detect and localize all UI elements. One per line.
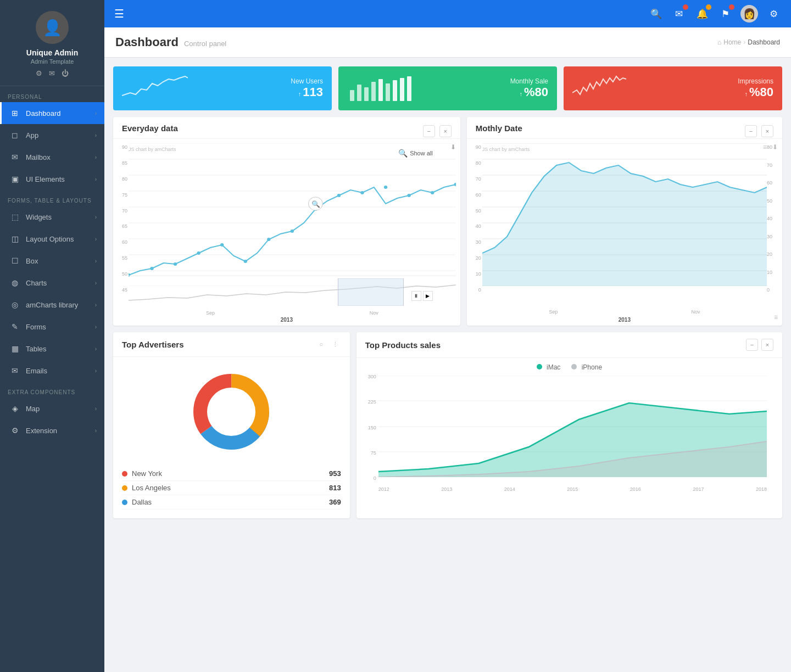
monthly-sale-label: Monthly Sale [510,77,548,85]
sidebar-item-label: Map [26,405,95,413]
settings-icon[interactable]: ⚙ [766,6,781,21]
sidebar-item-label: Forms [26,323,95,331]
chevron-right-icon: › [95,176,97,182]
mail-badge [683,4,688,10]
power-icon[interactable]: ⏻ [62,69,69,77]
sidebar-item-label: Box [26,257,95,265]
breadcrumb-separator: › [743,38,745,46]
sidebar-template-label: Admin Template [5,58,99,65]
stat-card-new-users: New Users ↑113 [113,66,332,110]
settings-icon[interactable]: ⚙ [36,69,42,77]
impressions-sparkline [572,74,738,103]
sidebar-item-extension[interactable]: ⚙ Extension › [0,419,104,441]
sidebar-item-emails[interactable]: ✉ Emails › [0,360,104,382]
legend-item: Los Angeles 813 [122,481,341,495]
pause-button[interactable]: ⏸ [411,291,421,301]
chevron-right-icon: › [95,214,97,220]
products-header: Top Products sales − × [356,332,782,358]
monthly-sale-sparkline [347,74,510,103]
app-icon: ◻ [9,130,20,141]
svg-point-22 [197,251,200,255]
sidebar-brand: Unique Admin [5,48,99,57]
dashboard-icon: ⊞ [9,108,20,119]
sidebar-item-label: Extension [26,427,95,435]
more-icon[interactable]: ⋮ [330,339,341,350]
legend-value: 953 [329,469,341,478]
flag-icon[interactable]: ⚑ [717,6,733,21]
legend-value: 369 [329,498,341,506]
chevron-right-icon: › [95,154,97,160]
chevron-right-icon: › [95,346,97,352]
minimize-button[interactable]: − [745,125,757,137]
sidebar-item-label: amCharts library [26,301,95,309]
legend-list: New York 953 Los Angeles 813 Dallas 369 [113,467,350,518]
sidebar-item-app[interactable]: ◻ App › [0,124,104,146]
minimize-button[interactable]: − [423,125,435,137]
sidebar-item-label: Charts [26,279,95,287]
monthly-sale-info: Monthly Sale ↑%80 [510,77,548,99]
top-advertisers-panel: Top Advertisers ○ ⋮ [113,332,350,518]
minimize-button[interactable]: − [746,339,758,351]
download-icon[interactable]: ⬇ [772,143,778,151]
chevron-right-icon: › [95,258,97,264]
arrow-icon: ↑ [519,91,522,97]
bell-icon[interactable]: 🔔 [694,6,710,21]
js-credit: JS chart by amCharts [482,147,530,152]
sidebar-user-icons: ⚙ ✉ ⏻ [5,69,99,77]
extension-icon: ⚙ [9,425,20,436]
donut-container [113,357,350,467]
close-button[interactable]: × [761,339,773,351]
menu-icon[interactable]: ≡ [763,143,767,151]
sidebar-item-ui-elements[interactable]: ▣ UI Elements › [0,168,104,190]
close-button[interactable]: × [439,125,452,137]
legend-dot-la [122,485,127,491]
breadcrumb-home[interactable]: Home [723,38,741,46]
menu-icon[interactable]: ☰ [114,7,124,20]
forms-section: FORMS, TABLE & LAYOUTS [0,190,104,206]
play-button[interactable]: ▶ [423,291,433,301]
legend-item: Dallas 369 [122,495,341,509]
widgets-icon: ⬚ [9,211,20,222]
map-icon: ◈ [9,403,20,414]
new-users-value: ↑113 [291,85,323,99]
svg-rect-8 [407,76,411,101]
show-all-button[interactable]: 🔍 Show all [398,149,433,158]
sidebar: 👤 Unique Admin Admin Template ⚙ ✉ ⏻ PERS… [0,0,104,672]
arrow-icon: ↑ [298,91,302,97]
svg-point-31 [407,194,410,197]
page-title: Dashboard [115,35,179,49]
new-users-label: New Users [291,77,323,85]
sidebar-item-layout[interactable]: ◫ Layout Options › [0,228,104,250]
sidebar-item-charts[interactable]: ◍ Charts › [0,272,104,294]
everyday-chart-actions: − × [423,125,452,137]
products-chart-body: 300225150750 [356,371,782,497]
sidebar-item-box[interactable]: ☐ Box › [0,250,104,272]
mailbox-icon: ✉ [9,152,20,163]
circle-icon[interactable]: ○ [316,339,327,350]
svg-rect-0 [350,90,354,101]
legend-value: 813 [329,484,341,492]
y-axis-labels: 90858075706560555045 [114,144,127,293]
stat-card-monthly-sale: Monthly Sale ↑%80 [338,66,557,110]
forms-icon: ✎ [9,321,20,332]
monthly-chart-actions: − × [745,125,773,137]
sidebar-item-map[interactable]: ◈ Map › [0,397,104,419]
search-icon[interactable]: 🔍 [648,6,664,21]
legend-label: New York [132,469,329,478]
mail-icon[interactable]: ✉ [671,6,687,21]
extra-section: EXTRA COMPONENTS [0,382,104,397]
sidebar-item-forms[interactable]: ✎ Forms › [0,316,104,338]
close-button[interactable]: × [761,125,773,137]
mail-icon[interactable]: ✉ [49,69,55,77]
sidebar-item-dashboard[interactable]: ⊞ Dashboard › [0,102,104,124]
advertisers-actions: ○ ⋮ [316,339,341,350]
imac-legend: iMac [537,363,561,371]
sidebar-item-widgets[interactable]: ⬚ Widgets › [0,206,104,228]
layout-icon: ◫ [9,233,20,244]
advertisers-header: Top Advertisers ○ ⋮ [113,332,350,357]
download-icon[interactable]: ⬇ [450,143,456,151]
sidebar-item-amcharts[interactable]: ◎ amCharts library › [0,294,104,316]
sidebar-item-mailbox[interactable]: ✉ Mailbox › [0,146,104,168]
sidebar-item-tables[interactable]: ▦ Tables › [0,338,104,360]
user-avatar[interactable]: 👩 [740,5,758,23]
